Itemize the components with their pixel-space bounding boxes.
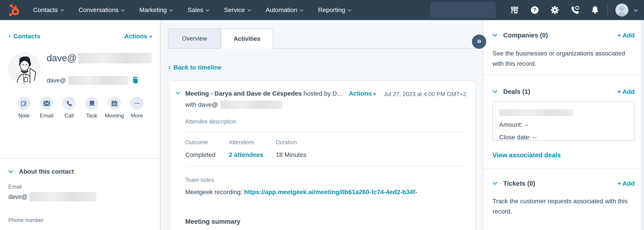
more-ellipsis-icon <box>134 100 140 107</box>
email-button[interactable]: Email <box>35 97 58 119</box>
meeting-label: Meeting <box>105 113 124 119</box>
redacted-contact-email <box>68 76 128 85</box>
marketplace-icon[interactable] <box>504 0 525 20</box>
meetgeek-recording-link[interactable]: https://app.meetgeek.ai/meeting/0b61a260… <box>244 189 417 196</box>
companies-section: Companies (0) + Add See the businesses o… <box>483 20 644 75</box>
meeting-stats: Outcome Completed Attendees 2 attendees … <box>185 139 466 158</box>
phone-number-field[interactable]: Phone number <box>8 217 152 223</box>
tickets-section: Tickets (0) + Add Track the customer req… <box>483 169 644 217</box>
outcome-stat: Outcome Completed <box>185 139 229 158</box>
meeting-summary-title: Meeting summary <box>185 218 466 225</box>
add-deal-button[interactable]: + Add <box>617 88 634 95</box>
redacted-contact-name <box>78 53 152 64</box>
back-to-timeline-link[interactable]: ‹ Back to timeline <box>168 64 222 71</box>
primary-nav: Contacts Conversations Marketing Sales S… <box>33 6 351 13</box>
copy-icon[interactable] <box>132 77 139 84</box>
deal-close-date: Close date: -- <box>499 134 628 141</box>
about-this-contact-section: About this contact Email dave@ Phone num… <box>0 159 160 230</box>
quick-actions: Note Email Call <box>8 97 152 119</box>
email-field[interactable]: Email dave@ <box>8 184 152 202</box>
nav-item-conversations[interactable]: Conversations <box>79 6 125 13</box>
nav-item-reporting[interactable]: Reporting <box>318 6 351 13</box>
nav-search-redacted[interactable] <box>430 2 496 18</box>
nav-item-automation[interactable]: Automation <box>266 6 304 13</box>
nav-item-marketing[interactable]: Marketing <box>139 6 173 13</box>
nav-divider <box>607 4 608 16</box>
chevron-left-icon: ‹ <box>8 31 11 40</box>
note-label: Note <box>18 113 30 119</box>
back-to-contacts-link[interactable]: ‹ Contacts <box>8 32 40 40</box>
more-label: More <box>131 113 143 119</box>
task-icon <box>88 100 95 107</box>
meeting-collapse-chevron-icon[interactable] <box>176 92 180 95</box>
svg-text:?: ? <box>533 7 536 13</box>
activity-panel: Overview Activities ‹ Back to timeline M… <box>160 20 483 230</box>
collapse-chevron-icon[interactable] <box>8 170 13 173</box>
meeting-title: Meeting - Darya and Dave de Céspedes hos… <box>185 89 378 110</box>
contact-email-row: dave@ <box>47 76 152 85</box>
call-label: Call <box>64 113 74 119</box>
hubspot-logo-icon[interactable] <box>8 4 20 16</box>
activity-tabs: Overview Activities <box>168 28 483 49</box>
page-scrollbar[interactable] <box>641 20 644 230</box>
contact-profile: dave@ dave@ <box>8 52 152 85</box>
email-field-label: Email <box>8 184 152 190</box>
user-avatar[interactable] <box>616 3 628 16</box>
more-button[interactable]: More <box>126 97 148 119</box>
tab-activities[interactable]: Activities <box>221 28 273 49</box>
about-title: About this contact <box>19 168 74 175</box>
help-icon[interactable]: ? <box>525 0 545 20</box>
attendees-link[interactable]: 2 attendees <box>229 151 276 158</box>
account-chevron-down-icon[interactable] <box>634 9 638 12</box>
deal-card[interactable]: Amount: -- Close date: -- <box>492 101 634 141</box>
collapse-panel-button[interactable]: » <box>472 34 486 49</box>
divider <box>185 132 466 132</box>
chevron-left-icon: ‹ <box>168 62 171 71</box>
meeting-actions-dropdown[interactable]: Actions ▾ <box>349 90 376 97</box>
task-button[interactable]: Task <box>80 97 103 119</box>
associations-sidebar: Companies (0) + Add See the businesses o… <box>483 20 644 230</box>
chevron-down-icon <box>206 9 209 11</box>
contact-summary: ‹ Contacts Actions ▾ <box>0 20 160 159</box>
deals-section: Deals (1) + Add Amount: -- Close date: -… <box>483 75 644 169</box>
nav-item-contacts[interactable]: Contacts <box>33 6 64 13</box>
meeting-button[interactable]: Meeting <box>103 97 126 119</box>
companies-empty-text: See the businesses or organizations asso… <box>492 48 634 69</box>
deals-collapse-chevron-icon[interactable] <box>492 90 498 93</box>
note-icon <box>21 100 28 107</box>
settings-gear-icon[interactable] <box>545 0 565 20</box>
view-associated-deals-link[interactable]: View associated deals <box>492 152 561 159</box>
caret-down-icon: ▾ <box>150 34 152 39</box>
nav-item-sales[interactable]: Sales <box>188 6 209 13</box>
avatar-person-icon <box>616 3 628 16</box>
redacted-attendee-email <box>220 101 282 109</box>
contact-name: dave@ <box>47 53 152 64</box>
tab-overview[interactable]: Overview <box>168 28 221 49</box>
chevron-down-icon <box>121 9 124 11</box>
notifications-bell-icon[interactable] <box>585 0 605 20</box>
redacted-deal-name <box>499 109 573 116</box>
deal-amount: Amount: -- <box>499 121 628 128</box>
companies-collapse-chevron-icon[interactable] <box>492 34 498 37</box>
chevron-down-icon <box>348 9 351 11</box>
contact-sidebar: ‹ Contacts Actions ▾ <box>0 20 160 230</box>
tickets-empty-text: Track the customer requests associated w… <box>492 196 634 217</box>
call-button[interactable]: Call <box>58 97 80 119</box>
phone-field-label: Phone number <box>8 217 152 223</box>
calling-phone-icon[interactable] <box>565 0 585 20</box>
email-icon <box>43 100 50 107</box>
attendee-description-label: Attendee description <box>185 118 466 125</box>
redacted-email-value <box>29 192 96 202</box>
divider <box>185 166 466 166</box>
note-button[interactable]: Note <box>13 97 35 119</box>
add-company-button[interactable]: + Add <box>617 32 634 39</box>
tickets-collapse-chevron-icon[interactable] <box>492 182 498 185</box>
call-icon <box>66 100 72 107</box>
meeting-timestamp: Jul 27, 2023 at 4:00 PM GMT+2 <box>384 89 466 98</box>
nav-item-service[interactable]: Service <box>224 6 251 13</box>
meeting-with-row: with dave@ <box>185 100 378 110</box>
add-ticket-button[interactable]: + Add <box>617 180 634 187</box>
contact-actions-dropdown[interactable]: Actions ▾ <box>124 33 152 40</box>
nav-utilities: ? <box>430 0 640 20</box>
chevron-down-icon <box>248 9 251 11</box>
